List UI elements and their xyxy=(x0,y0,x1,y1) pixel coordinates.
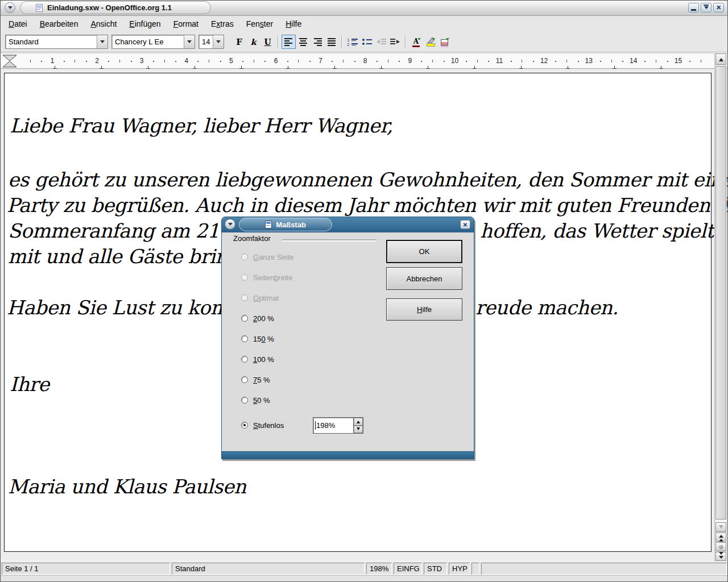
menu-bearbeiten[interactable]: Bearbeiten xyxy=(34,16,85,31)
spin-up-button[interactable] xyxy=(354,418,363,426)
menu-hilfe[interactable]: Hilfe xyxy=(279,16,308,31)
ruler-tick xyxy=(64,61,65,62)
font-color-button[interactable]: A xyxy=(409,35,423,49)
default-tab-stop-marker xyxy=(193,65,197,69)
underline-button[interactable]: U xyxy=(260,35,275,49)
spin-down-button[interactable] xyxy=(354,426,363,434)
radio-circle-icon[interactable] xyxy=(241,397,248,404)
default-tab-stop-marker xyxy=(379,65,383,69)
zoom-dialog: Maßstab ✕ Zoomfaktor Ganze SeiteSeitenbr… xyxy=(221,217,474,459)
radio-zoom-50[interactable]: 50 % xyxy=(241,394,270,406)
radio-circle-icon[interactable] xyxy=(241,422,248,429)
align-right-button[interactable] xyxy=(310,35,324,49)
numbered-list-button[interactable]: 12 xyxy=(345,35,359,49)
align-center-button[interactable] xyxy=(296,35,310,49)
toolbar-separator xyxy=(405,36,406,48)
dialog-titlebar[interactable]: Maßstab ✕ xyxy=(222,217,474,232)
status-zoom[interactable]: 198% xyxy=(366,563,392,575)
bullet-list-button[interactable] xyxy=(359,35,374,49)
numbered-list-icon: 12 xyxy=(347,38,358,47)
radio-zoom-100[interactable]: 100 % xyxy=(241,354,274,365)
menu-format[interactable]: Format xyxy=(167,16,205,31)
radio-label: Seitenbreite xyxy=(253,273,292,282)
decrease-indent-button[interactable] xyxy=(374,35,388,49)
ruler-tick xyxy=(264,61,266,62)
ruler-number: 8 xyxy=(363,57,367,65)
ruler-tick xyxy=(611,60,612,63)
zoom-value-input[interactable]: 198% xyxy=(313,418,353,433)
highlighting-button[interactable] xyxy=(423,35,437,49)
increase-indent-button[interactable] xyxy=(388,35,402,49)
previous-page-button[interactable] xyxy=(715,533,726,542)
align-left-button[interactable] xyxy=(282,35,296,49)
ruler-tick xyxy=(566,60,567,63)
maximize-button[interactable] xyxy=(701,3,712,13)
scroll-up-button[interactable] xyxy=(715,53,726,65)
scroll-down-button[interactable] xyxy=(715,522,726,532)
zoom-value-spinner[interactable]: 198% xyxy=(313,417,363,434)
dialog-close-button[interactable]: ✕ xyxy=(460,220,470,229)
vertical-scrollbar[interactable] xyxy=(714,53,727,562)
font-name-combo[interactable]: Chancery L Ee xyxy=(111,35,195,49)
radio-circle-icon[interactable] xyxy=(241,356,248,363)
status-hyperlink-mode[interactable]: HYP xyxy=(449,563,470,575)
status-page[interactable]: Seite 1 / 1 xyxy=(2,563,170,575)
style-combo-dropdown[interactable] xyxy=(97,35,107,48)
radio-circle-icon[interactable] xyxy=(241,315,248,322)
hilfe-button[interactable]: Hilfe xyxy=(386,298,462,321)
scrollbar-thumb[interactable] xyxy=(715,66,726,519)
radio-zoom-200[interactable]: 200 % xyxy=(241,313,274,324)
status-selection-mode[interactable]: STD xyxy=(424,563,447,575)
status-page-style[interactable]: Standard xyxy=(172,563,365,575)
indent-markers[interactable] xyxy=(2,55,17,68)
dialog-title-pill: Maßstab xyxy=(239,218,332,231)
ruler-tick xyxy=(220,61,221,62)
increase-indent-icon xyxy=(390,38,401,46)
status-insert-mode[interactable]: EINFG xyxy=(394,563,422,575)
paragraph-background-button[interactable] xyxy=(437,35,452,49)
minimize-button[interactable] xyxy=(688,3,699,13)
radio-label: Optimal xyxy=(253,294,279,302)
double-triangle-down-icon xyxy=(719,556,723,561)
titlebar[interactable]: Einladung.sxw - OpenOffice.org 1.1 ✕ xyxy=(1,1,727,16)
radio-zoom-75[interactable]: 75 % xyxy=(241,374,270,385)
writer-document-icon xyxy=(36,4,43,12)
default-tab-stop-marker xyxy=(566,65,570,69)
radio-circle-icon[interactable] xyxy=(241,335,248,342)
font-size-combo[interactable]: 14 xyxy=(198,35,224,49)
window-menu-button[interactable] xyxy=(5,2,15,13)
chevron-down-icon xyxy=(8,6,13,11)
font-name-value: Chancery L Ee xyxy=(112,35,184,48)
menu-extras[interactable]: Extras xyxy=(205,16,240,31)
abbrechen-button[interactable]: Abbrechen xyxy=(386,267,462,290)
menu-datei[interactable]: Datei xyxy=(2,16,34,31)
highlighter-icon xyxy=(425,37,436,47)
menu-fenster[interactable]: Fenster xyxy=(240,16,279,31)
justify-button[interactable] xyxy=(324,35,338,49)
default-tab-stop-marker xyxy=(613,65,617,69)
status-modified xyxy=(471,563,479,575)
radio-stufenlos[interactable]: Stufenlos xyxy=(241,419,284,431)
ruler-tick xyxy=(377,61,378,62)
next-page-button[interactable] xyxy=(715,552,726,561)
navigation-dot-icon xyxy=(719,545,723,549)
ruler[interactable]: 123456789101112131415 xyxy=(1,53,727,69)
size-combo-dropdown[interactable] xyxy=(213,35,224,48)
close-button[interactable]: ✕ xyxy=(713,3,724,13)
font-combo-dropdown[interactable] xyxy=(184,35,195,48)
menu-ansicht[interactable]: Ansicht xyxy=(84,16,123,31)
navigation-button[interactable] xyxy=(715,542,726,551)
bold-button[interactable]: F xyxy=(232,35,246,49)
italic-button[interactable]: k xyxy=(246,35,260,49)
menu-einfuegen[interactable]: Einfügen xyxy=(123,16,167,31)
default-tab-stop-marker xyxy=(519,65,523,69)
radio-zoom-150[interactable]: 150 % xyxy=(241,333,274,344)
toolbar-separator xyxy=(278,36,279,48)
triangle-up-icon xyxy=(719,56,723,61)
ruler-tick xyxy=(75,60,75,63)
ok-button[interactable]: OK xyxy=(386,240,462,263)
radio-circle-icon[interactable] xyxy=(241,376,248,383)
paragraph-style-combo[interactable]: Standard xyxy=(5,35,108,49)
radio-optimal: Optimal xyxy=(241,292,279,304)
dialog-menu-button[interactable] xyxy=(225,219,235,230)
